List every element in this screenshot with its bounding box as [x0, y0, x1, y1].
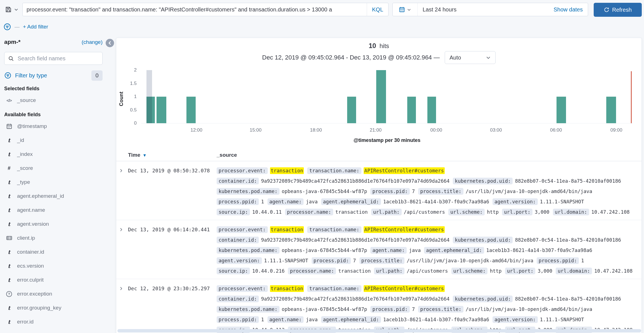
text-field-icon: t: [5, 263, 13, 269]
y-axis-tick: 0: [124, 120, 137, 126]
y-axis-tick: 0.5: [124, 107, 137, 113]
field-pair: url.path:/api/customers: [371, 209, 445, 215]
query-language-button[interactable]: KQL: [367, 3, 388, 16]
time-column-header[interactable]: Time ▼: [128, 152, 217, 158]
field-item[interactable]: tecs.version: [4, 259, 103, 273]
field-key-badge: processor.name:: [285, 209, 333, 215]
available-fields-list: @timestampt_idt_index#_scoret_typetagent…: [4, 119, 103, 329]
histogram-bar[interactable]: [376, 70, 386, 123]
field-search-input[interactable]: [17, 55, 99, 62]
refresh-label: Refresh: [612, 7, 632, 13]
expand-row-button[interactable]: ›: [120, 224, 128, 234]
x-axis-tick: 21:00: [370, 127, 382, 133]
table-row: ›Dec 13, 2019 @ 08:50:32.078processor.ev…: [116, 161, 641, 220]
field-key-badge: container.id:: [217, 237, 259, 243]
source-line: container.id:9a92372089c79b489ca472fca52…: [217, 235, 641, 245]
field-item[interactable]: #_score: [4, 161, 103, 175]
filter-icon[interactable]: [3, 23, 11, 31]
interval-select[interactable]: Auto: [445, 51, 496, 64]
change-index-pattern-link[interactable]: (change): [82, 39, 103, 45]
query-input[interactable]: [23, 3, 367, 16]
refresh-icon: [604, 7, 609, 13]
field-value: java: [306, 199, 318, 204]
histogram-bar[interactable]: [557, 97, 566, 123]
field-key-badge: container.id:: [217, 178, 259, 184]
refresh-button[interactable]: Refresh: [594, 3, 642, 17]
histogram-bar[interactable]: [427, 97, 436, 123]
field-pair: container.id:9a92372089c79b489ca472fca52…: [217, 237, 449, 243]
field-key-badge: processor.event:: [217, 285, 268, 292]
histogram-bar[interactable]: [157, 97, 166, 123]
field-key-badge: url.port:: [505, 268, 536, 274]
field-name: error.culprit: [17, 277, 44, 283]
field-key-badge: container.id:: [217, 296, 259, 302]
field-value: 882e8b07-0c54-11ea-8a75-42010af00186: [515, 178, 621, 184]
expand-row-button[interactable]: ›: [120, 165, 128, 175]
source-line: container.id:9a92372089c79b489ca472fca52…: [217, 294, 641, 304]
number-field-icon: #: [5, 165, 13, 171]
field-item[interactable]: tcontainer.id: [4, 245, 103, 259]
field-name: _type: [17, 179, 30, 185]
row-source: processor.event:transactiontransaction.n…: [217, 165, 641, 217]
field-item[interactable]: t_id: [4, 133, 103, 147]
sort-descending-icon: ▼: [143, 153, 147, 158]
field-pair: url.path:/api/customers: [374, 268, 448, 274]
chevron-down-icon: [14, 7, 18, 12]
search-icon: [8, 56, 14, 61]
field-pair: process.pid:7: [370, 188, 415, 195]
field-value: 882e8b07-0c54-11ea-8a75-42010af00186: [515, 296, 621, 302]
date-range-value[interactable]: Last 24 hours: [418, 6, 553, 13]
field-item[interactable]: </>_source: [4, 93, 103, 107]
field-value: 10.44.0.11: [252, 209, 281, 215]
field-item[interactable]: client.ip: [4, 231, 103, 245]
field-item[interactable]: @timestamp: [4, 119, 103, 133]
field-key-badge: url.path:: [374, 268, 404, 274]
field-item[interactable]: tagent.name: [4, 203, 103, 217]
field-value: java: [306, 317, 318, 322]
text-field-icon: t: [5, 277, 13, 283]
field-item[interactable]: tagent.ephemeral_id: [4, 189, 103, 203]
histogram-bar[interactable]: [347, 97, 356, 123]
date-quick-select-button[interactable]: [393, 3, 418, 16]
y-axis-tick: 2: [124, 67, 137, 73]
field-key-badge: processor.name:: [288, 268, 336, 274]
field-value: opbeans-java-67845c5b44-wf87p: [282, 306, 367, 312]
field-item[interactable]: t_index: [4, 147, 103, 161]
field-value: 1.11.1-SNAPSHOT: [540, 199, 584, 204]
filter-divider: —: [15, 24, 20, 30]
add-filter-button[interactable]: + Add filter: [23, 24, 48, 30]
row-source: processor.event:transactiontransaction.n…: [217, 224, 641, 276]
horizontal-scrollbar[interactable]: [117, 329, 641, 332]
field-pair: agent.name:java: [267, 316, 318, 323]
field-key-badge: agent.version:: [493, 198, 538, 205]
collapse-sidebar-button[interactable]: [106, 39, 114, 47]
text-field-icon: t: [5, 319, 13, 325]
field-item[interactable]: terror.grouping_key: [4, 301, 103, 315]
field-pair: url.domain:10.47.242.108: [556, 268, 633, 274]
histogram-bar[interactable]: [606, 97, 616, 123]
field-item[interactable]: terror.id: [4, 315, 103, 329]
x-axis-tick: 18:00: [310, 127, 322, 133]
field-key-badge: process.pid:: [370, 306, 409, 313]
save-query-icon: [5, 6, 12, 13]
field-item[interactable]: terror.culprit: [4, 273, 103, 287]
field-pair: url.port:3,000: [502, 209, 550, 215]
source-line: kubernetes.pod.name:opbeans-java-67845c5…: [217, 245, 641, 255]
source-column-header: _source: [217, 152, 237, 158]
filter-by-type-toggle[interactable]: Filter by type 0: [4, 70, 103, 81]
field-key-badge: kubernetes.pod.name:: [217, 247, 280, 254]
field-key-badge: url.domain:: [556, 268, 592, 274]
source-line: agent.version:1.11.1-SNAPSHOTprocess.pid…: [217, 255, 641, 266]
field-item[interactable]: t_type: [4, 175, 103, 189]
field-key-badge: process.pid:: [370, 188, 409, 195]
field-item[interactable]: tagent.version: [4, 217, 103, 231]
show-dates-link[interactable]: Show dates: [553, 6, 588, 13]
histogram-bar[interactable]: [186, 97, 196, 123]
expand-row-button[interactable]: ›: [120, 283, 128, 293]
saved-query-menu-button[interactable]: [3, 3, 22, 16]
histogram-bar[interactable]: [407, 97, 416, 123]
field-item[interactable]: ?error.exception: [4, 287, 103, 301]
y-axis-tick: 1: [124, 94, 137, 99]
field-value: opbeans-java-67845c5b44-wf87p: [282, 248, 367, 253]
x-axis-label: @timestamp per 30 minutes: [141, 137, 633, 143]
